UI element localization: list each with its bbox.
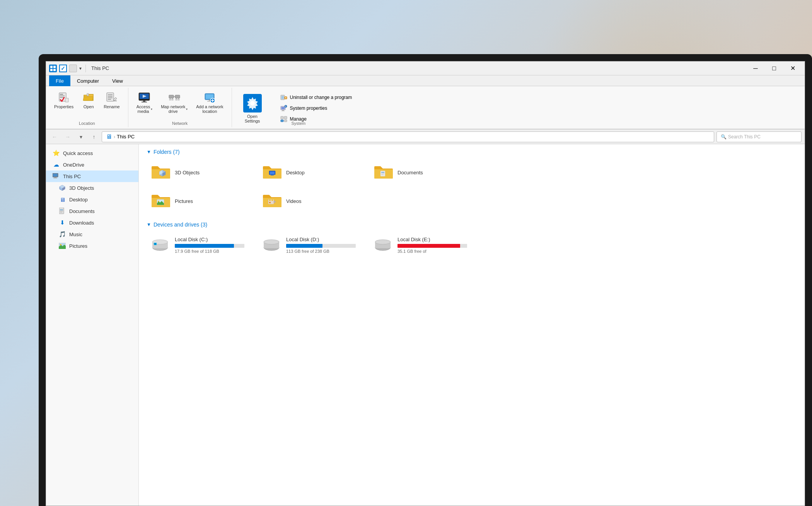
- svg-rect-60: [60, 210, 63, 210]
- sidebar-item-music[interactable]: 🎵 Music: [46, 228, 138, 240]
- sidebar-item-desktop[interactable]: 🖥 Desktop: [46, 194, 138, 205]
- svg-rect-72: [271, 175, 274, 175]
- tab-view[interactable]: View: [106, 75, 130, 86]
- drive-c[interactable]: Local Disk (C:) 17.9 GB free of 118 GB: [147, 232, 255, 258]
- pc-path-icon: 🖥: [106, 133, 112, 140]
- tab-computer[interactable]: Computer: [70, 75, 106, 86]
- folder-desktop-label: Desktop: [286, 170, 305, 175]
- open-settings-button[interactable]: Open Settings: [237, 91, 268, 124]
- open-button[interactable]: Open: [78, 89, 99, 111]
- folders-grid: 3D Objects: [147, 160, 797, 214]
- settings-icon: [243, 94, 262, 112]
- checkbox-icon[interactable]: [59, 65, 67, 72]
- access-media-button[interactable]: Accessmedia ▾: [133, 89, 156, 116]
- nav-up-button[interactable]: ↑: [89, 131, 99, 142]
- sidebar-item-documents[interactable]: Documents: [46, 205, 138, 217]
- drive-d-info: Local Disk (D:) 113 GB free of 238 GB: [286, 237, 362, 254]
- search-placeholder: Search This PC: [728, 134, 761, 140]
- add-network-button[interactable]: Add a networklocation: [193, 89, 227, 116]
- sidebar-item-downloads[interactable]: ⬇ Downloads: [46, 217, 138, 228]
- folder-documents-icon: [374, 163, 394, 182]
- close-button[interactable]: ✕: [784, 63, 802, 74]
- properties-button[interactable]: Properties: [51, 89, 77, 111]
- drive-e-name: Local Disk (E:): [397, 237, 473, 242]
- minimize-button[interactable]: ─: [747, 63, 764, 74]
- pictures-label: Pictures: [69, 243, 87, 249]
- folders-section-header[interactable]: ▼ Folders (7): [147, 149, 797, 155]
- ribbon-group-network: Accessmedia ▾: [128, 88, 232, 127]
- drive-d[interactable]: Local Disk (D:) 113 GB free of 238 GB: [258, 232, 366, 258]
- folder-3d-objects-icon: [151, 163, 171, 182]
- svg-rect-14: [143, 101, 145, 102]
- system-properties-icon: i: [280, 104, 288, 112]
- drives-section-header[interactable]: ▼ Devices and drives (3): [147, 221, 797, 228]
- svg-rect-77: [381, 174, 384, 175]
- svg-rect-62: [60, 212, 62, 213]
- sidebar-item-3d-objects[interactable]: 3D Objects: [46, 182, 138, 194]
- title-dropdown[interactable]: ▾: [79, 66, 82, 71]
- sidebar-item-onedrive[interactable]: ☁ OneDrive: [46, 159, 138, 170]
- svg-point-23: [177, 99, 180, 101]
- svg-rect-71: [270, 172, 275, 174]
- address-path[interactable]: 🖥 › This PC: [102, 131, 714, 142]
- svg-point-21: [171, 99, 174, 101]
- forward-button[interactable]: →: [62, 131, 73, 142]
- folder-documents[interactable]: Documents: [369, 160, 478, 185]
- back-button[interactable]: ←: [49, 131, 60, 142]
- ribbon-tabs: File Computer View: [46, 75, 805, 86]
- folder-3d-objects[interactable]: 3D Objects: [147, 160, 255, 185]
- folder-desktop[interactable]: Desktop: [258, 160, 366, 185]
- sidebar-item-pictures[interactable]: Pictures: [46, 240, 138, 252]
- search-box[interactable]: 🔍 Search This PC: [716, 131, 802, 142]
- uninstall-button[interactable]: Uninstall or change a program: [278, 92, 355, 102]
- drive-d-free: 113 GB free of 238 GB: [286, 249, 362, 254]
- nav-dropdown-button[interactable]: ▾: [75, 131, 86, 142]
- map-network-button[interactable]: Map networkdrive ▾: [157, 89, 191, 116]
- folder-desktop-icon: [262, 163, 282, 182]
- sidebar-item-quick-access[interactable]: ⭐ Quick access: [46, 147, 138, 159]
- drive-c-free: 17.9 GB free of 118 GB: [175, 249, 251, 254]
- folder-videos[interactable]: Videos: [258, 188, 366, 214]
- manage-button[interactable]: Manage: [278, 114, 355, 124]
- downloads-icon: ⬇: [58, 219, 66, 227]
- desktop-icon: 🖥: [58, 196, 66, 203]
- drive-e-info: Local Disk (E:) 35.1 GB free of: [397, 237, 473, 254]
- window-controls: ─ □ ✕: [747, 63, 802, 74]
- manage-icon: [280, 115, 288, 123]
- tab-file[interactable]: File: [49, 75, 70, 86]
- window-icon: [49, 65, 57, 72]
- access-media-dropdown: ▾: [151, 107, 152, 111]
- pictures-icon: [58, 242, 66, 250]
- svg-rect-44: [281, 111, 285, 111]
- folder-videos-label: Videos: [286, 198, 302, 204]
- system-properties-button[interactable]: i System properties: [278, 103, 355, 113]
- network-group-label: Network: [172, 120, 188, 126]
- pin-btn[interactable]: [69, 65, 77, 72]
- folder-pictures[interactable]: Pictures: [147, 188, 255, 214]
- svg-rect-49: [281, 120, 283, 122]
- folders-chevron: ▼: [147, 149, 151, 155]
- map-network-icon: [168, 91, 181, 104]
- add-network-icon: [203, 91, 216, 104]
- svg-rect-42: [281, 107, 285, 109]
- drive-e[interactable]: Local Disk (E:) 35.1 GB free of: [369, 232, 478, 258]
- rename-icon: [106, 91, 118, 104]
- open-icon: [82, 91, 95, 104]
- map-network-label: Map networkdrive: [161, 104, 185, 114]
- documents-label: Documents: [69, 208, 95, 214]
- svg-point-85: [269, 202, 271, 203]
- svg-rect-6: [107, 93, 114, 101]
- quick-access-icon: ⭐: [52, 149, 60, 157]
- this-pc-icon: [52, 172, 60, 180]
- map-network-dropdown: ▾: [186, 107, 188, 111]
- sidebar-item-this-pc[interactable]: This PC: [46, 170, 138, 182]
- ribbon-group-location: Properties Open: [46, 88, 128, 127]
- rename-button[interactable]: Rename: [100, 89, 123, 111]
- svg-rect-1: [53, 66, 56, 68]
- drive-d-fill: [286, 244, 322, 248]
- folder-pictures-icon: [151, 192, 171, 210]
- maximize-button[interactable]: □: [765, 63, 783, 74]
- content-area: ▼ Folders (7): [139, 144, 805, 506]
- search-icon: 🔍: [721, 134, 727, 140]
- drive-c-icon: [151, 236, 171, 254]
